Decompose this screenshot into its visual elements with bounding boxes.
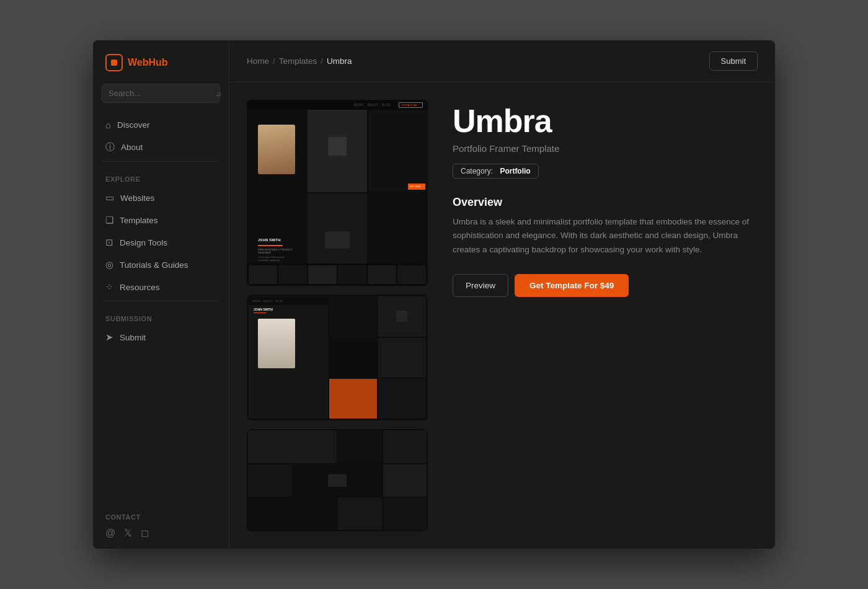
home-icon: ⌂ [105,120,111,130]
search-bar[interactable]: ⌕ [102,84,220,103]
breadcrumb: Home / Templates / Umbra [247,56,352,66]
content-area: WORK ABOUT BLOG CONTACT ME → JOHN SMITH [229,82,775,549]
preview-image-2[interactable]: WORK ABOUT BLOG JOHN SMITH [247,294,428,420]
graduation-icon: ◎ [105,259,113,270]
submission-label: Submission [93,306,229,326]
info-panel: Umbra Portfolio Framer Template Category… [440,82,775,549]
logo-text: WebHub [128,57,168,68]
overview-text: Umbra is a sleek and minimalist portfoli… [453,215,758,257]
contact-section: Contact @ 𝕏 ◻ [93,506,229,549]
contact-label: Contact [105,513,216,521]
images-panel: WORK ABOUT BLOG CONTACT ME → JOHN SMITH [229,82,440,549]
sidebar-item-resources[interactable]: ⁘ Resources [93,276,229,298]
preview-image-1[interactable]: WORK ABOUT BLOG CONTACT ME → JOHN SMITH [247,100,428,286]
breadcrumb-current: Umbra [327,56,352,66]
logo-icon [105,54,123,71]
breadcrumb-sep-2: / [321,56,323,66]
logo[interactable]: WebHub [93,40,229,84]
get-template-button[interactable]: Get Template For $49 [515,274,629,297]
submit-button[interactable]: Submit [709,51,758,71]
info-icon: ⓘ [105,141,115,153]
sidebar-item-submit[interactable]: ➤ Submit [93,326,229,348]
sidebar-item-websites[interactable]: ▭ Websites [93,187,229,209]
action-buttons: Preview Get Template For $49 [453,274,758,297]
sidebar-item-design-tools[interactable]: ⊡ Design Tools [93,231,229,254]
monitor-icon: ▭ [105,192,114,203]
category-badge: Category: Portfolio [453,164,539,179]
topbar: Home / Templates / Umbra Submit [229,40,775,82]
layers-icon: ❏ [105,215,113,226]
app-window: WebHub ⌕ ⌂ Discover ⓘ About Explore ▭ We… [93,40,775,549]
product-subtitle: Portfolio Framer Template [453,143,758,154]
breadcrumb-sep-1: / [273,56,275,66]
search-input[interactable] [108,89,213,98]
category-value: Portfolio [500,167,530,175]
sidebar-item-tutorials[interactable]: ◎ Tutorials & Guides [93,254,229,276]
category-label: Category: [461,167,493,175]
sidebar: WebHub ⌕ ⌂ Discover ⓘ About Explore ▭ We… [93,40,229,549]
preview-button[interactable]: Preview [453,274,508,297]
grid-icon: ⁘ [105,281,113,293]
submission-divider [102,301,220,301]
search-icon: ⌕ [216,89,221,98]
contact-icons: @ 𝕏 ◻ [105,527,216,539]
twitter-icon[interactable]: 𝕏 [124,527,132,539]
product-title: Umbra [453,105,758,137]
explore-label: Explore [93,167,229,187]
main-content: Home / Templates / Umbra Submit WORK ABO… [229,40,775,549]
sidebar-item-discover[interactable]: ⌂ Discover [93,114,229,136]
breadcrumb-templates[interactable]: Templates [279,56,317,66]
email-icon[interactable]: @ [105,528,115,539]
send-icon: ➤ [105,332,113,343]
breadcrumb-home[interactable]: Home [247,56,269,66]
briefcase-icon: ⊡ [105,237,113,248]
overview-title: Overview [453,196,758,209]
sidebar-item-templates[interactable]: ❏ Templates [93,209,229,231]
preview-image-3[interactable] [247,429,428,531]
instagram-icon[interactable]: ◻ [141,527,149,539]
explore-divider [102,161,220,162]
sidebar-item-about[interactable]: ⓘ About [93,136,229,159]
